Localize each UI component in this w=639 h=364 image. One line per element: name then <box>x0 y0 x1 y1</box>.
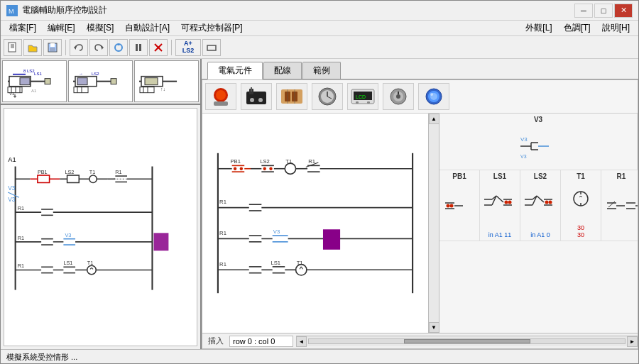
svg-rect-100 <box>154 233 169 250</box>
right-side-panel: V3 V3 V3 <box>439 114 638 333</box>
refresh-button[interactable] <box>109 39 128 56</box>
pb1-label: PB1 <box>452 172 466 180</box>
horizontal-scrollbar[interactable]: ◄ ► <box>296 336 638 346</box>
svg-text:V3: V3 <box>9 92 15 96</box>
svg-text:→: → <box>79 71 83 75</box>
svg-rect-34 <box>77 77 87 84</box>
left-panel: LS1 8 LS2 V3 A1 <box>1 59 202 349</box>
tabs-area: 電氣元件 配線 範例 <box>202 59 638 79</box>
svg-line-212 <box>537 196 544 202</box>
svg-text:T1: T1 <box>297 260 303 266</box>
component-list: V3 V3 V3 <box>439 114 638 333</box>
svg-point-128 <box>396 94 400 99</box>
svg-rect-12 <box>136 44 138 51</box>
svg-point-207 <box>508 201 512 204</box>
svg-point-150 <box>285 163 295 174</box>
diagram-thumbnails: LS1 8 LS2 V3 A1 <box>1 59 200 105</box>
svg-point-216 <box>549 201 552 204</box>
thumb-1[interactable]: LS1 8 LS2 V3 A1 <box>2 60 67 102</box>
svg-text:8 LS2: 8 LS2 <box>23 68 35 72</box>
tab-wiring[interactable]: 配線 <box>263 62 302 79</box>
r1-label: R1 <box>617 172 626 180</box>
svg-text:R1: R1 <box>115 169 121 175</box>
svg-text:LS1: LS1 <box>35 71 43 75</box>
scroll-right[interactable]: ► <box>627 336 638 347</box>
scroll-thumb[interactable] <box>404 339 530 343</box>
stop-button[interactable] <box>149 39 168 56</box>
svg-text:R1: R1 <box>308 158 315 165</box>
svg-text:LS1: LS1 <box>271 260 280 266</box>
t1-num1: 30 <box>577 224 584 231</box>
menu-help[interactable]: 說明[H] <box>596 21 635 35</box>
save-button[interactable] <box>43 39 62 56</box>
menu-autodesign[interactable]: 自動設計[A] <box>119 21 175 35</box>
menu-color[interactable]: 色調[T] <box>558 21 596 35</box>
vertical-scrollbar[interactable]: ▲ ▼ <box>428 114 439 333</box>
svg-rect-56 <box>38 175 50 182</box>
svg-text:PB1: PB1 <box>230 158 240 165</box>
maximize-button[interactable]: □ <box>594 4 613 18</box>
rect-button[interactable] <box>202 39 221 56</box>
comp-timer[interactable] <box>312 83 343 110</box>
svg-text:M: M <box>9 8 14 15</box>
menu-file[interactable]: 檔案[F] <box>4 21 42 35</box>
svg-text:T1: T1 <box>89 169 95 175</box>
ls2-sub: in A1 0 <box>530 231 550 238</box>
comp-row-components: PB1 <box>439 170 638 241</box>
comp-meter[interactable]: LCD <box>347 83 378 110</box>
thumb-2[interactable]: LS2 → <box>68 60 133 102</box>
scroll-up[interactable]: ▲ <box>429 114 439 124</box>
new-button[interactable] <box>4 39 22 56</box>
close-button[interactable]: ✕ <box>614 4 633 18</box>
svg-line-97 <box>92 268 93 269</box>
ls2-label: LS2 <box>534 172 547 180</box>
comp-limitswitch[interactable] <box>241 83 272 110</box>
scroll-down[interactable]: ▼ <box>429 322 439 333</box>
menu-bar: 檔案[F] 編輯[E] 模擬[S] 自動設計[A] 可程式控制器[P] 外觀[L… <box>1 21 638 36</box>
svg-rect-124 <box>356 101 359 104</box>
svg-point-146 <box>263 167 266 170</box>
svg-point-141 <box>240 167 243 170</box>
svg-text:LCD: LCD <box>356 94 366 99</box>
minimize-button[interactable]: ─ <box>574 4 593 18</box>
comp-cell-r1: R1 <box>601 170 638 241</box>
menu-edit[interactable]: 編輯[E] <box>42 21 81 35</box>
circuit-canvas[interactable]: PB1 LS2 T1 <box>202 114 428 333</box>
svg-text:V3: V3 <box>273 228 280 235</box>
svg-text:LS2: LS2 <box>260 158 270 165</box>
undo-button[interactable] <box>70 39 88 56</box>
scroll-track[interactable] <box>308 338 626 344</box>
svg-point-95 <box>87 265 97 275</box>
tab-electrical[interactable]: 電氣元件 <box>207 62 263 79</box>
comp-cell-t1: T1 30 30 <box>561 170 601 241</box>
als2-button[interactable]: A+LS2 <box>175 39 201 56</box>
svg-text:V3: V3 <box>8 196 16 203</box>
menu-simulate[interactable]: 模擬[S] <box>81 21 120 35</box>
svg-rect-60 <box>67 175 80 182</box>
menu-plc[interactable]: 可程式控制器[P] <box>175 21 248 35</box>
svg-text:T1: T1 <box>87 260 94 266</box>
comp-contactor[interactable] <box>276 83 307 110</box>
svg-point-206 <box>505 201 508 204</box>
app-icon: M <box>6 5 18 16</box>
tab-examples[interactable]: 範例 <box>302 62 341 79</box>
thumb-3[interactable]: ↑↓ <box>134 60 199 102</box>
comp-rotary[interactable] <box>383 83 414 110</box>
ls1-sub: in A1 11 <box>488 231 512 238</box>
position-display: row 0 : col 0 <box>229 336 293 347</box>
pause-button[interactable] <box>129 39 148 56</box>
scroll-left[interactable]: ◄ <box>296 336 307 347</box>
insert-label: 插入 <box>202 336 229 346</box>
redo-button[interactable] <box>89 39 108 56</box>
open-button[interactable] <box>23 39 42 56</box>
menu-view[interactable]: 外觀[L] <box>520 21 557 35</box>
svg-text:LS2: LS2 <box>92 71 99 75</box>
window-controls: ─ □ ✕ <box>574 4 633 18</box>
svg-rect-20 <box>45 78 51 84</box>
svg-rect-16 <box>207 45 216 50</box>
svg-point-147 <box>269 167 272 170</box>
comp-pushbutton[interactable] <box>205 83 236 110</box>
comp-indicator[interactable] <box>418 83 449 110</box>
v3-label: V3 <box>534 116 542 123</box>
window-title: 電腦輔助順序控制設計 <box>22 4 574 16</box>
